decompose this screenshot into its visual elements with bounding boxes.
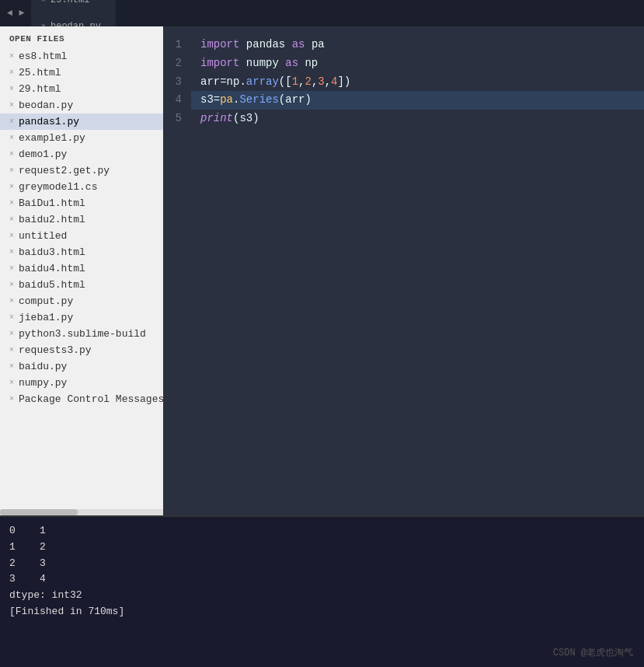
code-line: print(s3) — [200, 110, 644, 128]
sidebar-item-label: beodan.py — [19, 100, 73, 111]
sidebar-item[interactable]: ×beodan.py — [0, 97, 163, 113]
code-line: import pandas as pa — [200, 36, 644, 54]
sidebar-item-close-icon[interactable]: × — [9, 166, 14, 175]
sidebar-item-close-icon[interactable]: × — [9, 199, 14, 208]
sidebar-item-label: jieba1.py — [19, 312, 73, 323]
code-content[interactable]: import pandas as paimport numpy as nparr… — [191, 26, 644, 515]
line-number: 2 — [172, 54, 182, 73]
sidebar-item[interactable]: ×es8.html — [0, 48, 163, 65]
forward-arrow-icon[interactable]: ► — [16, 6, 26, 20]
sidebar-item-close-icon[interactable]: × — [9, 150, 14, 159]
sidebar-item[interactable]: ×comput.py — [0, 293, 163, 309]
sidebar-item[interactable]: ×baidu5.html — [0, 277, 163, 293]
sidebar-item[interactable]: ×baidu.py — [0, 358, 163, 375]
sidebar-item[interactable]: ×demo1.py — [0, 146, 163, 162]
sidebar-item[interactable]: ×numpy.py — [0, 375, 163, 391]
sidebar-item-label: baidu3.html — [19, 246, 85, 258]
sidebar-item-close-icon[interactable]: × — [9, 362, 14, 371]
sidebar-file-list: ×es8.html×25.html×29.html×beodan.py×pand… — [0, 48, 163, 509]
sidebar-item-label: request2.get.py — [19, 165, 110, 176]
terminal-line: dtype: int32 — [9, 588, 635, 604]
sidebar: OPEN FILES ×es8.html×25.html×29.html×beo… — [0, 26, 163, 515]
sidebar-item-close-icon[interactable]: × — [9, 248, 14, 257]
terminal: 0 11 22 33 4dtype: int32[Finished in 710… — [0, 515, 644, 667]
sidebar-item-label: requests3.py — [19, 344, 92, 356]
sidebar-item[interactable]: ×python3.sublime-build — [0, 326, 163, 342]
sidebar-item-label: python3.sublime-build — [19, 328, 146, 340]
terminal-line: 2 3 — [9, 556, 635, 572]
sidebar-item-label: untitled — [19, 230, 67, 242]
sidebar-item-close-icon[interactable]: × — [9, 379, 14, 387]
watermark: CSDN @老虎也淘气 — [553, 646, 633, 659]
tab-beodan-py[interactable]: ×beodan.py — [31, 13, 117, 26]
tab-close-icon[interactable]: × — [40, 0, 46, 5]
sidebar-item-close-icon[interactable]: × — [9, 232, 14, 240]
sidebar-item-close-icon[interactable]: × — [9, 85, 14, 93]
line-number: 4 — [172, 91, 182, 110]
sidebar-item-close-icon[interactable]: × — [9, 117, 14, 126]
code-line: arr=np.array([1,2,3,4]) — [200, 73, 644, 92]
tab-label: 29.html — [50, 0, 89, 5]
sidebar-item-label: Package Control Messages — [19, 393, 163, 405]
sidebar-item-label: example1.py — [19, 132, 85, 144]
line-numbers: 12345 — [163, 26, 191, 515]
sidebar-item-close-icon[interactable]: × — [9, 183, 14, 191]
sidebar-item-close-icon[interactable]: × — [9, 395, 14, 403]
sidebar-item[interactable]: ×baidu4.html — [0, 260, 163, 277]
tab-bar: ◄ ► ×es8.html×25.html×29.html×beodan.py×… — [0, 0, 644, 26]
sidebar-item-close-icon[interactable]: × — [9, 346, 14, 354]
sidebar-item-label: baidu2.html — [19, 214, 85, 225]
back-arrow-icon[interactable]: ◄ — [5, 6, 15, 20]
sidebar-item-label: es8.html — [19, 51, 67, 62]
sidebar-item[interactable]: ×29.html — [0, 81, 163, 97]
tab-label: beodan.py — [50, 21, 101, 26]
sidebar-item[interactable]: ×baidu3.html — [0, 244, 163, 260]
terminal-output: 0 11 22 33 4dtype: int32[Finished in 710… — [9, 523, 635, 620]
sidebar-item-close-icon[interactable]: × — [9, 68, 14, 77]
sidebar-item[interactable]: ×baidu2.html — [0, 211, 163, 228]
sidebar-item-close-icon[interactable]: × — [9, 281, 14, 289]
sidebar-item-close-icon[interactable]: × — [9, 264, 14, 273]
code-line: s3=pa.Series(arr) — [191, 91, 644, 110]
sidebar-item-label: greymodel1.cs — [19, 181, 97, 193]
sidebar-item[interactable]: ×BaiDu1.html — [0, 195, 163, 211]
sidebar-item-close-icon[interactable]: × — [9, 297, 14, 306]
sidebar-item-close-icon[interactable]: × — [9, 134, 14, 142]
sidebar-item[interactable]: ×request2.get.py — [0, 162, 163, 179]
sidebar-item-label: pandas1.py — [19, 116, 79, 127]
sidebar-item[interactable]: ×jieba1.py — [0, 309, 163, 326]
sidebar-header: OPEN FILES — [0, 26, 163, 48]
sidebar-item[interactable]: ×pandas1.py — [0, 113, 163, 130]
sidebar-item-label: demo1.py — [19, 148, 67, 160]
sidebar-item-close-icon[interactable]: × — [9, 101, 14, 110]
sidebar-item[interactable]: ×greymodel1.cs — [0, 179, 163, 195]
sidebar-item-label: baidu4.html — [19, 263, 85, 274]
sidebar-item-label: baidu5.html — [19, 279, 85, 291]
terminal-line: [Finished in 710ms] — [9, 604, 635, 620]
sidebar-item-label: numpy.py — [19, 377, 67, 389]
sidebar-item-close-icon[interactable]: × — [9, 215, 14, 224]
editor-area: 12345 import pandas as paimport numpy as… — [163, 26, 644, 515]
sidebar-item-close-icon[interactable]: × — [9, 313, 14, 322]
sidebar-item-label: baidu.py — [19, 361, 67, 372]
nav-arrows: ◄ ► — [0, 6, 31, 20]
tab-list: ×es8.html×25.html×29.html×beodan.py×pand… — [31, 0, 117, 26]
code-line: import numpy as np — [200, 54, 644, 73]
sidebar-scrollbar-thumb[interactable] — [0, 509, 78, 515]
sidebar-item[interactable]: ×requests3.py — [0, 342, 163, 358]
line-number: 3 — [172, 73, 182, 92]
sidebar-scrollbar[interactable] — [0, 509, 163, 515]
sidebar-item-label: BaiDu1.html — [19, 197, 85, 209]
sidebar-item[interactable]: ×25.html — [0, 65, 163, 81]
sidebar-item[interactable]: ×untitled — [0, 228, 163, 244]
sidebar-item-label: 25.html — [19, 67, 61, 79]
sidebar-item-label: 29.html — [19, 83, 61, 95]
sidebar-item[interactable]: ×Package Control Messages — [0, 391, 163, 407]
line-number: 1 — [172, 36, 182, 54]
tab-29-html[interactable]: ×29.html — [31, 0, 117, 13]
sidebar-item-close-icon[interactable]: × — [9, 330, 14, 338]
sidebar-item[interactable]: ×example1.py — [0, 130, 163, 146]
terminal-line: 3 4 — [9, 571, 635, 588]
editor-content: 12345 import pandas as paimport numpy as… — [163, 26, 644, 515]
sidebar-item-close-icon[interactable]: × — [9, 52, 14, 61]
